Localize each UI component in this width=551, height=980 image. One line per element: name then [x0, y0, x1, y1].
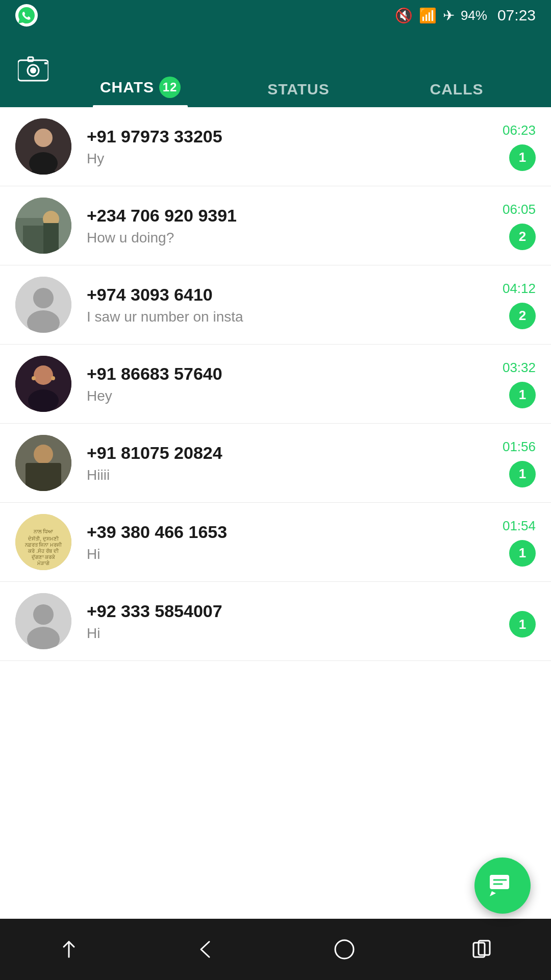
contact-name: +91 81075 20824	[87, 443, 492, 463]
svg-rect-5	[44, 62, 47, 64]
mute-icon: 🔇	[395, 7, 413, 24]
svg-text:ਨਫ਼ਰਤ ਜਿਨਾ ਮਰਜੀ: ਨਫ਼ਰਤ ਜਿਨਾ ਮਰਜੀ	[24, 542, 63, 548]
message-preview: Hi	[87, 546, 492, 562]
contact-name: +92 333 5854007	[87, 601, 499, 621]
svg-rect-12	[23, 226, 43, 254]
chat-meta: 04:12 2	[503, 281, 536, 329]
avatar	[15, 356, 71, 412]
svg-point-39	[335, 940, 354, 959]
message-time: 01:56	[503, 439, 536, 455]
svg-point-15	[33, 288, 54, 308]
top-bar: CHATS 12 STATUS CALLS	[0, 31, 551, 107]
status-icons: 🔇 📶 ✈ 94% 07:23	[395, 7, 536, 24]
message-preview: Hey	[87, 388, 492, 404]
unread-badge: 2	[509, 303, 536, 329]
soft-back-button[interactable]	[48, 929, 89, 970]
message-time: 06:23	[503, 122, 536, 138]
list-item[interactable]: +91 97973 33205 Hy 06:23 1	[0, 107, 551, 186]
list-item[interactable]: +974 3093 6410 I saw ur number on insta …	[0, 265, 551, 345]
svg-rect-4	[28, 57, 33, 61]
battery-level: 94%	[461, 8, 487, 23]
contact-name: +39 380 466 1653	[87, 522, 492, 542]
contact-name: +974 3093 6410	[87, 285, 492, 305]
svg-point-21	[51, 376, 55, 380]
chat-meta: 06:23 1	[503, 122, 536, 171]
svg-text:ਦੁੱਗਣਾ ਕਰਕੇ: ਦੁੱਗਣਾ ਕਰਕੇ	[31, 554, 56, 560]
unread-badge: 1	[509, 382, 536, 408]
svg-point-18	[34, 365, 53, 385]
svg-point-19	[28, 389, 59, 412]
tab-chats[interactable]: CHATS 12	[61, 31, 219, 107]
tab-status[interactable]: STATUS	[219, 31, 378, 107]
svg-text:ਮੋੜਾਗੇ: ਮੋੜਾਗੇ	[37, 560, 50, 566]
list-item[interactable]: ਨਾਲ ਧਿਆ ਦੇਸੱਤੀ, ਦੁਸਮਣੀ ਨਫ਼ਰਤ ਜਿਨਾ ਮਰਜੀ ਕ…	[0, 503, 551, 582]
svg-rect-36	[490, 875, 509, 889]
chat-meta: 03:32 1	[503, 360, 536, 408]
home-button[interactable]	[324, 929, 365, 970]
message-preview: I saw ur number on insta	[87, 309, 492, 325]
message-time: 04:12	[503, 281, 536, 297]
avatar	[15, 277, 71, 333]
avatar	[15, 118, 71, 175]
chat-content: +974 3093 6410 I saw ur number on insta	[87, 285, 492, 325]
nav-tabs: CHATS 12 STATUS CALLS	[51, 31, 536, 107]
message-time: 06:05	[503, 202, 536, 217]
contact-name: +91 97973 33205	[87, 127, 492, 146]
status-bar: 🔇 📶 ✈ 94% 07:23	[0, 0, 551, 31]
nav-bar	[0, 919, 551, 980]
whatsapp-logo	[15, 4, 38, 27]
message-time: 01:54	[503, 518, 536, 534]
list-item[interactable]: +234 706 920 9391 How u doing? 06:05 2	[0, 186, 551, 265]
list-item[interactable]: +92 333 5854007 Hi 1	[0, 582, 551, 661]
chat-content: +39 380 466 1653 Hi	[87, 522, 492, 562]
unread-badge: 1	[509, 540, 536, 567]
camera-icon[interactable]	[15, 51, 51, 87]
svg-point-34	[33, 604, 54, 625]
message-preview: Hi	[87, 625, 499, 642]
unread-badge: 2	[509, 224, 536, 250]
unread-badge: 1	[509, 611, 536, 638]
message-preview: Hy	[87, 151, 492, 167]
contact-name: +91 86683 57640	[87, 364, 492, 384]
unread-badge: 1	[509, 461, 536, 487]
chats-badge: 12	[159, 77, 181, 98]
wifi-icon: 📶	[419, 7, 437, 24]
svg-point-23	[34, 445, 53, 464]
recents-button[interactable]	[462, 929, 503, 970]
back-button[interactable]	[186, 929, 227, 970]
chat-list: +91 97973 33205 Hy 06:23 1 +234 706 920 …	[0, 107, 551, 919]
chat-meta: 01:54 1	[503, 518, 536, 567]
airplane-icon: ✈	[443, 7, 455, 24]
chat-content: +92 333 5854007 Hi	[87, 601, 499, 642]
avatar	[15, 198, 71, 254]
svg-text:ਦੇਸੱਤੀ, ਦੁਸਮਣੀ: ਦੇਸੱਤੀ, ਦੁਸਮਣੀ	[28, 535, 59, 542]
chat-content: +91 81075 20824 Hiiii	[87, 443, 492, 483]
chat-content: +91 86683 57640 Hey	[87, 364, 492, 404]
list-item[interactable]: +91 81075 20824 Hiiii 01:56 1	[0, 424, 551, 503]
avatar	[15, 435, 71, 491]
chat-meta: 1	[509, 605, 536, 638]
svg-text:ਨਾਲ ਧਿਆ: ਨਾਲ ਧਿਆ	[33, 528, 54, 534]
chat-meta: 01:56 1	[503, 439, 536, 487]
svg-point-3	[30, 67, 36, 74]
svg-rect-13	[43, 223, 59, 254]
list-item[interactable]: +91 86683 57640 Hey 03:32 1	[0, 345, 551, 424]
avatar	[15, 593, 71, 649]
time-display: 07:23	[497, 7, 536, 24]
avatar: ਨਾਲ ਧਿਆ ਦੇਸੱਤੀ, ਦੁਸਮਣੀ ਨਫ਼ਰਤ ਜਿਨਾ ਮਰਜੀ ਕ…	[15, 514, 71, 570]
chat-meta: 06:05 2	[503, 202, 536, 250]
new-chat-fab[interactable]	[474, 857, 531, 914]
unread-badge: 1	[509, 144, 536, 171]
svg-point-20	[32, 376, 36, 380]
svg-rect-25	[26, 463, 61, 491]
chat-content: +234 706 920 9391 How u doing?	[87, 206, 492, 246]
contact-name: +234 706 920 9391	[87, 206, 492, 226]
svg-point-7	[34, 129, 53, 147]
message-preview: How u doing?	[87, 230, 492, 246]
message-preview: Hiiii	[87, 467, 492, 483]
svg-text:ਕਰੋ .ਸੋਹ ਰੱਬ ਦੀ: ਕਰੋ .ਸੋਹ ਰੱਬ ਦੀ	[28, 548, 59, 554]
chat-content: +91 97973 33205 Hy	[87, 127, 492, 167]
message-time: 03:32	[503, 360, 536, 376]
tab-calls[interactable]: CALLS	[378, 31, 536, 107]
